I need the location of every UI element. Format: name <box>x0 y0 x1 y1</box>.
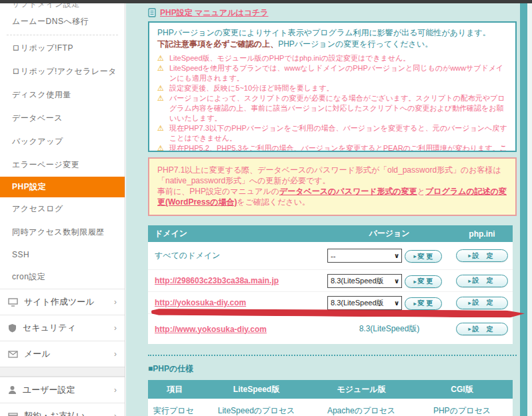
select-chevron-icon: ∨ <box>394 299 399 307</box>
config-cell: ▸設 定 <box>451 323 513 335</box>
chevron-right-icon: › <box>114 323 117 333</box>
version-text: 8.3(LiteSpeed版) <box>327 323 451 335</box>
triangle-icon: ▸ <box>414 279 417 285</box>
sidebar-item-subdomain[interactable]: サブドメイン設定 <box>0 3 125 10</box>
sidebar-item-error-page[interactable]: エラーページ変更 <box>0 153 125 177</box>
triangle-icon: ▸ <box>469 278 471 284</box>
change-button[interactable]: ▸変 更 <box>405 250 442 263</box>
spec-cell-module: Apacheのプロセス <box>311 405 411 416</box>
change-button[interactable]: ▸変 更 <box>405 297 442 310</box>
chevron-right-icon: › <box>114 297 117 307</box>
sidebar-item-access-log[interactable]: アクセスログ <box>0 197 125 221</box>
warning-item: ⚠ LiteSpeed版、モジュール版のPHPではphp.iniの設定変更はでき… <box>157 53 507 63</box>
sidebar-item-cron[interactable]: cron設定 <box>0 265 125 289</box>
content-right-border <box>520 3 527 416</box>
mail-icon <box>8 351 18 358</box>
change-button[interactable]: ▸変 更 <box>405 275 442 288</box>
db-password-format-link[interactable]: データベースのパスワード形式の変更 <box>279 187 417 196</box>
domain-link[interactable]: http://298603c23b3ca38a.main.jp <box>155 276 279 285</box>
sidebar-item-accelerator[interactable]: ロリポップ!アクセラレータ <box>0 60 125 83</box>
warning-triangle-icon: ⚠ <box>157 83 166 93</box>
warning-item: ⚠ 現在PHP7.3以下のPHPバージョンをご利用の場合、バージョンを変更すると… <box>157 123 507 143</box>
warning-triangle-icon: ⚠ <box>157 123 166 143</box>
sidebar: サブドメイン設定 ムームーDNSへ移行 ロリポップ!FTP ロリポップ!アクセラ… <box>0 3 125 416</box>
domain-cell: http://298603c23b3ca38a.main.jp <box>148 276 327 285</box>
version-select-cell: 8.3(LiteSpeed版 ∨ <box>327 274 405 288</box>
domain-cell: http://www.yokosuka-diy.com <box>148 325 327 334</box>
change-cell: ▸変 更 <box>405 274 451 288</box>
sidebar-item-ssh[interactable]: SSH <box>0 244 125 265</box>
spec-header-cgi: CGI版 <box>411 384 513 395</box>
sidebar-item-disk-usage[interactable]: ディスク使用量 <box>0 83 125 107</box>
menu-label: メール <box>24 348 108 360</box>
menu-label: 契約・お支払い <box>24 410 108 416</box>
warning-text: 設定変更後、反映に5~10分ほど時間を要します。 <box>169 83 334 93</box>
config-cell: ▸設 定 <box>451 297 513 309</box>
sidebar-item-ftp[interactable]: ロリポップ!FTP <box>0 37 125 60</box>
manual-link-row: PHP設定 マニュアルはコチラ <box>148 7 520 18</box>
version-select-cell: 8.3(LiteSpeed版 ∨ <box>327 296 405 310</box>
spec-cell-cgi: PHPのプロセス <box>411 405 513 416</box>
config-label: 設 定 <box>473 325 496 334</box>
version-select[interactable]: 8.3(LiteSpeed版 ∨ <box>327 274 402 288</box>
triangle-icon: ▸ <box>469 326 471 332</box>
config-button[interactable]: ▸設 定 <box>456 249 508 262</box>
config-button[interactable]: ▸設 定 <box>456 275 508 287</box>
domain-label: すべてのドメイン <box>148 250 327 261</box>
sidebar-item-database[interactable]: データベース <box>0 107 125 130</box>
spec-header-item: 項目 <box>148 384 201 395</box>
warning-text-pre: 現在PHP5.2、PHP5.3をご利用の場合、バージョンを変更するとPEARのご… <box>169 144 499 152</box>
select-chevron-icon: ∨ <box>394 252 399 259</box>
warning-text: LiteSpeedを使用するプランでは、wwwなしドメインのPHPバージョンと同… <box>169 63 507 83</box>
warning-list: ⚠ LiteSpeed版、モジュール版のPHPではphp.iniの設定変更はでき… <box>157 53 507 152</box>
sidebar-item-php-settings-active[interactable]: PHP設定 <box>0 177 125 197</box>
table-row-www-yokosuka-diy: http://www.yokosuka-diy.com 8.3(LiteSpee… <box>148 314 513 344</box>
pw-line2-post: をご確認ください。 <box>237 197 310 207</box>
password-notice-line-1: PHP7.1以上に変更する際、データベースのパスワード形式が「old_passw… <box>157 165 507 186</box>
config-cell: ▸設 定 <box>451 249 513 262</box>
warning-triangle-icon: ⚠ <box>157 53 166 63</box>
sidebar-item-concurrent-access-history[interactable]: 同時アクセス数制限履歴 <box>0 221 125 244</box>
sidebar-menu-security[interactable]: セキュリティ › <box>0 315 125 341</box>
warning-triangle-icon: ⚠ <box>157 63 166 83</box>
warning-item: ⚠ バージョンによって、スクリプトの変更が必要になる場合がございます。スクリプト… <box>157 93 507 123</box>
domain-cell: http://yokosuka-diy.com <box>148 298 327 307</box>
version-select-value: 8.3(LiteSpeed版 <box>331 276 394 286</box>
config-label: 設 定 <box>473 298 496 307</box>
menu-label: セキュリティ <box>23 322 108 334</box>
domain-table-header: ドメイン バージョン php.ini <box>148 225 513 242</box>
select-chevron-icon: ∨ <box>394 277 399 285</box>
page-right-gutter <box>527 3 532 416</box>
notice-line-2: 下記注意事項を必ずご確認の上、PHPバージョンの変更を行ってください。 <box>157 39 507 50</box>
domain-link[interactable]: http://yokosuka-diy.com <box>155 298 246 307</box>
warning-triangle-icon: ⚠ <box>157 93 166 123</box>
sidebar-menu-contract-payment[interactable]: 契約・お支払い › <box>0 403 125 416</box>
warning-item: ⚠ LiteSpeedを使用するプランでは、wwwなしドメインのPHPバージョン… <box>157 63 507 83</box>
document-icon <box>148 8 156 17</box>
table-row-all-domains: すべてのドメイン -- ∨ ▸変 更 ▸設 定 <box>148 242 513 270</box>
sidebar-item-backup[interactable]: バックアップ <box>0 130 125 153</box>
chevron-right-icon: › <box>114 385 117 395</box>
config-label: 設 定 <box>473 276 496 285</box>
change-label: 変 更 <box>418 277 433 286</box>
pw-line2-mid: と <box>417 187 425 196</box>
php-settings-manual-link[interactable]: PHP設定 マニュアルはコチラ <box>160 7 269 19</box>
domain-link[interactable]: http://www.yokosuka-diy.com <box>155 325 267 334</box>
version-select-value: -- <box>331 252 394 260</box>
triangle-icon: ▸ <box>469 300 471 306</box>
window-top-strip <box>0 0 532 3</box>
version-select[interactable]: -- ∨ <box>327 249 402 263</box>
sidebar-menu-user-settings[interactable]: ユーザー設定 › <box>0 377 125 403</box>
sidebar-separator-band <box>0 367 125 377</box>
sidebar-menu-site-tools[interactable]: サイト作成ツール › <box>0 289 125 315</box>
warning-text: バージョンによって、スクリプトの変更が必要になる場合がございます。スクリプトの配… <box>169 93 507 123</box>
menu-label: ユーザー設定 <box>23 384 108 396</box>
version-select[interactable]: 8.3(LiteSpeed版 ∨ <box>327 296 402 310</box>
notice-line-2-bold: 下記注意事項を必ずご確認の上、 <box>157 39 278 49</box>
config-button[interactable]: ▸設 定 <box>456 323 508 335</box>
sidebar-item-muumuu-dns[interactable]: ムームーDNSへ移行 <box>0 10 125 33</box>
sidebar-menu-mail[interactable]: メール › <box>0 341 125 367</box>
version-select-cell: -- ∨ <box>327 249 405 263</box>
change-cell: ▸変 更 <box>405 249 451 263</box>
config-button[interactable]: ▸設 定 <box>456 297 508 309</box>
